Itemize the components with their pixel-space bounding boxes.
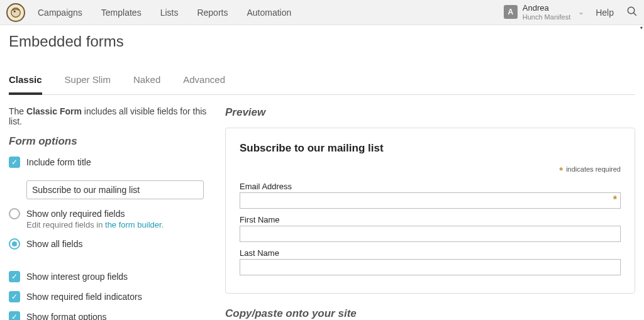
required-indicators-label: Show required field indicators: [26, 291, 142, 302]
user-company: Hunch Manifest: [523, 13, 570, 21]
logo-icon[interactable]: [6, 3, 25, 22]
help-link[interactable]: Help: [596, 8, 614, 18]
page-title: Embedded forms: [9, 33, 635, 50]
footnote-marker: *: [640, 25, 643, 33]
show-required-only-sub: Edit required fields in the form builder…: [26, 220, 164, 229]
intro-text: The Classic Form includes all visible fi…: [9, 106, 210, 126]
avatar: A: [504, 5, 518, 19]
top-nav: Campaigns Templates Lists Reports Automa…: [0, 0, 644, 25]
nav-reports[interactable]: Reports: [197, 8, 228, 18]
required-asterisk-icon: *: [613, 194, 617, 206]
user-menu[interactable]: A Andrea Hunch Manifest ⌄: [504, 4, 584, 20]
tab-super-slim[interactable]: Super Slim: [65, 68, 111, 94]
last-name-input[interactable]: [240, 259, 621, 275]
show-required-only-label: Show only required fields: [26, 208, 164, 219]
preview-box: Subscribe to our mailing list * indicate…: [225, 128, 635, 294]
copy-paste-heading: Copy/paste onto your site: [225, 307, 635, 320]
include-title-label: Include form title: [26, 157, 91, 167]
tabs: Classic Super Slim Naked Advanced: [9, 68, 635, 95]
svg-point-2: [628, 7, 635, 14]
required-indicators-checkbox[interactable]: ✓: [9, 291, 20, 302]
nav-campaigns[interactable]: Campaigns: [38, 8, 82, 18]
show-all-label: Show all fields: [26, 238, 83, 249]
preview-heading: Preview: [225, 106, 635, 119]
format-options-checkbox[interactable]: ✓: [9, 311, 20, 320]
first-name-input[interactable]: [240, 226, 621, 242]
nav-automation[interactable]: Automation: [247, 8, 291, 18]
tab-classic[interactable]: Classic: [9, 68, 42, 95]
preview-form-title: Subscribe to our mailing list: [240, 142, 621, 155]
svg-line-3: [633, 13, 636, 16]
show-all-radio[interactable]: [9, 238, 20, 250]
search-icon[interactable]: [626, 6, 638, 19]
form-title-input[interactable]: [26, 180, 204, 199]
email-label: Email Address: [240, 182, 621, 191]
form-builder-link[interactable]: the form builder: [105, 220, 162, 229]
tab-naked[interactable]: Naked: [133, 68, 160, 94]
required-note: * indicates required: [240, 165, 621, 175]
interest-groups-checkbox[interactable]: ✓: [9, 271, 20, 282]
include-title-checkbox[interactable]: ✓: [9, 157, 20, 168]
user-name: Andrea: [523, 4, 570, 13]
nav-lists[interactable]: Lists: [160, 8, 179, 18]
chevron-down-icon: ⌄: [578, 8, 584, 16]
tab-advanced[interactable]: Advanced: [183, 68, 225, 94]
format-options-label: Show format options: [26, 311, 146, 320]
first-name-label: First Name: [240, 215, 621, 224]
show-required-only-radio[interactable]: [9, 208, 20, 219]
interest-groups-label: Show interest group fields: [26, 271, 128, 282]
last-name-label: Last Name: [240, 248, 621, 258]
form-options-heading: Form options: [9, 135, 210, 148]
nav-templates[interactable]: Templates: [101, 8, 142, 18]
svg-point-1: [14, 10, 16, 12]
email-input[interactable]: [240, 192, 621, 209]
